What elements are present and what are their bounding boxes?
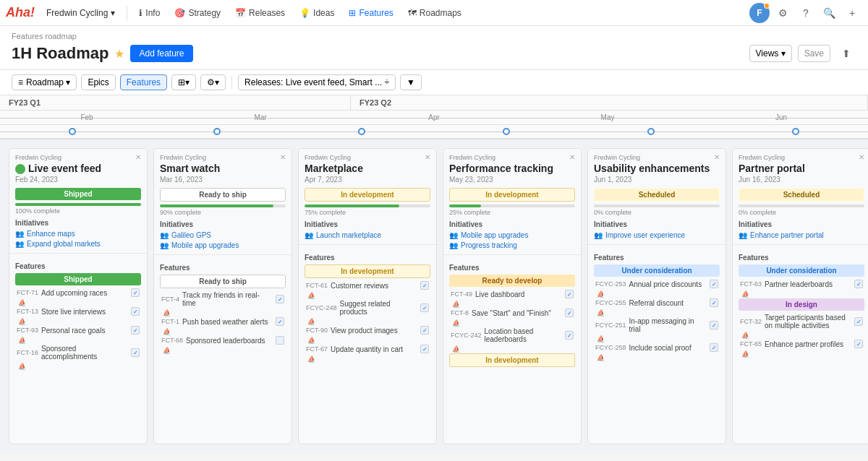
- feature-checkbox[interactable]: ✓: [276, 295, 284, 303]
- feature-text: Live dashboard: [475, 290, 562, 298]
- feature-text: Include social proof: [629, 344, 707, 352]
- releases-filter[interactable]: Releases: Live event feed, Smart ... ÷: [238, 74, 396, 90]
- column-header: Fredwin Cycling ✕ Live event feed Feb 24…: [9, 149, 147, 254]
- close-icon[interactable]: ✕: [569, 153, 575, 161]
- initiative-item[interactable]: 👥 Enhance maps: [15, 230, 141, 238]
- toolbar: ≡ Roadmap ▾ Epics Features ⊞▾ ⚙▾ Release…: [0, 70, 868, 95]
- roadmaps-icon: 🗺: [408, 8, 417, 18]
- feature-checkbox[interactable]: ✓: [710, 280, 718, 288]
- feature-item: FCT-49 Live dashboard ✓: [449, 290, 575, 298]
- month-may: May: [521, 111, 694, 124]
- search-icon[interactable]: 🔍: [819, 3, 839, 23]
- settings-options-button[interactable]: ⚙▾: [200, 74, 226, 90]
- feature-id: FCT-4: [161, 296, 179, 303]
- share-icon[interactable]: ⬆: [836, 43, 856, 64]
- progress-fill: [160, 204, 273, 207]
- initiatives-label: Initiatives: [739, 220, 864, 228]
- epics-button[interactable]: Epics: [81, 74, 115, 90]
- nav-strategy[interactable]: 🎯 Strategy: [169, 5, 226, 21]
- feature-checkbox[interactable]: ✓: [420, 326, 429, 335]
- feature-checkbox[interactable]: ✓: [131, 348, 140, 357]
- views-button[interactable]: Views ▾: [749, 45, 792, 62]
- add-icon[interactable]: +: [842, 3, 862, 23]
- column-header: Fredwin Cycling ✕ Marketplace Apr 7, 202…: [299, 149, 436, 245]
- initiative-label: Improve user experience: [605, 231, 685, 239]
- features-button[interactable]: Features: [120, 74, 167, 90]
- progress-text: 90% complete: [160, 209, 286, 216]
- feature-checkbox[interactable]: ✓: [565, 309, 574, 317]
- view-options-button[interactable]: ⊞▾: [171, 74, 196, 90]
- feature-checkbox[interactable]: ✓: [276, 317, 284, 326]
- feature-text: Sponsored leaderboards: [186, 337, 273, 345]
- feature-item: FCT-65 Enhance partner profiles ✓: [739, 340, 864, 348]
- initiative-item[interactable]: 👥 Enhance partner portal: [739, 231, 864, 239]
- feature-checkbox[interactable]: ✓: [565, 290, 574, 298]
- feature-checkbox[interactable]: ✓: [710, 298, 718, 307]
- nav-features[interactable]: ⊞ Features: [343, 5, 399, 21]
- settings-icon[interactable]: ⚙: [773, 3, 793, 23]
- close-icon[interactable]: ✕: [135, 153, 141, 161]
- initiatives-label: Initiatives: [594, 220, 720, 228]
- column-title: Smart watch: [160, 163, 286, 174]
- nav-roadmaps[interactable]: 🗺 Roadmaps: [402, 5, 467, 21]
- feature-text: Location based leaderboards: [485, 327, 562, 343]
- chevron-down-icon: ▾: [111, 8, 115, 18]
- save-button[interactable]: Save: [798, 45, 830, 62]
- feature-ship-icon: ⛵: [597, 354, 605, 361]
- initiative-item[interactable]: 👥 Expand global markets: [15, 240, 141, 248]
- close-icon[interactable]: ✕: [859, 153, 864, 161]
- initiative-item[interactable]: 👥 Mobile app upgrades: [160, 241, 286, 249]
- progress-fill: [449, 204, 481, 207]
- toolbar-separator: [231, 76, 232, 89]
- initiative-icon: 👥: [594, 231, 603, 239]
- initiative-icon: 👥: [15, 240, 24, 248]
- logo: Aha!: [6, 5, 35, 20]
- feature-checkbox[interactable]: ✓: [854, 340, 863, 348]
- feature-item: FCYC-255 Referral discount ✓: [594, 298, 720, 307]
- feature-checkbox[interactable]: ✓: [854, 280, 863, 288]
- feature-item: FCYC-248 Suggest related products ✓: [305, 300, 430, 316]
- feature-checkbox[interactable]: ✓: [565, 331, 574, 340]
- feature-ship-icon: ⛵: [18, 363, 26, 370]
- initiative-item[interactable]: 👥 Launch marketplace: [305, 231, 430, 239]
- column-body: Features Ready to develop FCT-49 Live da…: [443, 255, 581, 374]
- close-icon[interactable]: ✕: [425, 153, 430, 161]
- feature-checkbox[interactable]: [276, 336, 284, 345]
- close-icon[interactable]: ✕: [714, 153, 720, 161]
- close-icon[interactable]: ✕: [280, 153, 286, 161]
- feature-checkbox[interactable]: ✓: [420, 281, 429, 290]
- feature-id: FCT-68: [161, 337, 183, 344]
- feature-checkbox[interactable]: ✓: [131, 288, 140, 297]
- roadmap-dropdown[interactable]: ≡ Roadmap ▾: [12, 74, 77, 90]
- initiative-item[interactable]: 👥 Galileo GPS: [160, 231, 286, 239]
- nav-info[interactable]: ℹ Info: [133, 5, 166, 21]
- filter-button[interactable]: ▼: [400, 74, 422, 90]
- features-label: Features: [739, 254, 864, 262]
- nav-ideas[interactable]: 💡 Ideas: [294, 5, 340, 21]
- add-feature-button[interactable]: Add feature: [130, 45, 192, 62]
- star-icon[interactable]: ★: [114, 47, 124, 61]
- feature-id: FCYC-253: [595, 280, 626, 288]
- status-badge: Scheduled: [594, 188, 720, 202]
- product-selector[interactable]: Fredwin Cycling ▾: [41, 5, 121, 21]
- initiative-item[interactable]: 👥 Mobile app upgrades: [449, 231, 575, 239]
- feature-checkbox[interactable]: ✓: [420, 345, 429, 353]
- help-icon[interactable]: ?: [796, 3, 816, 23]
- feature-checkbox[interactable]: ✓: [131, 307, 140, 316]
- feature-checkbox[interactable]: ✓: [131, 326, 140, 335]
- features-label: Features: [449, 264, 575, 272]
- feature-checkbox[interactable]: ✓: [854, 317, 863, 326]
- feature-id: FCT-67: [306, 345, 328, 353]
- feature-checkbox[interactable]: ✓: [710, 321, 718, 329]
- column-5: Fredwin Cycling ✕ Partner portal Jun 16,…: [732, 148, 868, 444]
- progress-bar: [449, 204, 575, 207]
- feature-checkbox[interactable]: ✓: [710, 343, 718, 352]
- progress-bar: [305, 204, 430, 207]
- feature-text: Target participants based on multiple ac…: [765, 314, 851, 329]
- nav-releases[interactable]: 📅 Releases: [229, 5, 291, 21]
- user-avatar[interactable]: F: [749, 3, 770, 23]
- feature-id: FCT-63: [740, 280, 762, 288]
- initiative-item[interactable]: 👥 Progress tracking: [449, 241, 575, 249]
- initiative-item[interactable]: 👥 Improve user experience: [594, 231, 720, 239]
- feature-checkbox[interactable]: ✓: [420, 303, 429, 312]
